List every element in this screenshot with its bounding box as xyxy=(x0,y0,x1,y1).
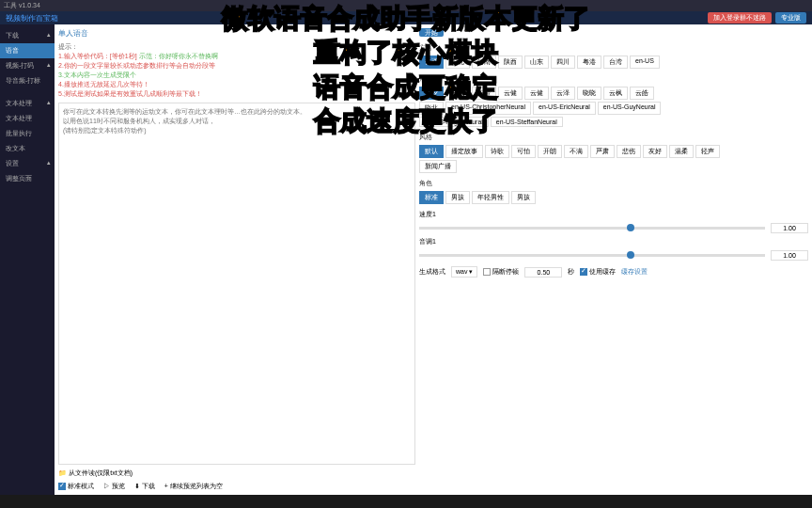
dialect-tag[interactable]: 山东 xyxy=(524,56,549,69)
window-titlebar: 工具 v1.0.34 xyxy=(0,0,812,11)
windows-taskbar[interactable] xyxy=(0,495,812,508)
voice-tag[interactable]: 云希 xyxy=(472,87,496,100)
quality-tag[interactable]: 标准 xyxy=(419,191,444,204)
pitch-value[interactable]: 1.00 xyxy=(771,250,808,261)
style-tag[interactable]: 可怕 xyxy=(511,145,536,158)
login-group-button[interactable]: 加入登录群不迷路 xyxy=(708,12,772,24)
sidebar-item-text1[interactable]: 文本处理▴ xyxy=(0,96,55,111)
text-input[interactable] xyxy=(58,103,415,465)
voice-label: 角色 xyxy=(419,74,808,84)
voice-tag[interactable]: en-US-ChristopherNeural xyxy=(445,102,531,115)
dialect-label: 方言 xyxy=(419,43,808,53)
style-tag[interactable]: 默认 xyxy=(419,145,444,158)
sidebar-item-modify[interactable]: 改文本 xyxy=(0,141,55,156)
from-file-button[interactable]: 从文件读(仅限txt文档) xyxy=(69,469,133,476)
dialect-tags: 普通 东北 河南 陕西 山东 四川 粤港 台湾 en-US xyxy=(419,56,808,69)
style-tag[interactable]: 轻声 xyxy=(695,145,720,158)
preview-button[interactable]: ▷ 预览 xyxy=(103,482,125,491)
dialect-tag[interactable]: 台湾 xyxy=(603,56,628,69)
style-tag[interactable]: 友好 xyxy=(643,145,667,158)
voice-tag[interactable]: en-US-GuyNeural xyxy=(598,102,662,115)
pause-value[interactable]: 0.50 xyxy=(524,267,562,278)
sidebar-item-adjust[interactable]: 调整页面 xyxy=(0,171,55,186)
style-tag[interactable]: 不满 xyxy=(564,145,588,158)
style-tag[interactable]: 新闻广播 xyxy=(419,160,457,173)
brand-logo: 视频制作百宝箱 xyxy=(6,13,58,24)
style-tag[interactable]: 温柔 xyxy=(669,145,694,158)
speed-value[interactable]: 1.00 xyxy=(771,223,808,233)
window-title: 工具 v1.0.34 xyxy=(4,1,40,10)
voice-tag[interactable]: 云枫 xyxy=(603,87,628,100)
dialect-tag[interactable]: 普通 xyxy=(419,56,444,69)
format-select[interactable]: wav ▾ xyxy=(451,266,477,278)
pitch-label: 音调1 xyxy=(419,237,447,246)
voice-tag[interactable]: 晓北 xyxy=(419,102,444,115)
dialect-tag[interactable]: 四川 xyxy=(551,56,575,69)
voice-tag[interactable]: 云野 xyxy=(445,87,470,100)
quality-tag[interactable]: 年轻男性 xyxy=(472,191,509,204)
speed-label: 速度1 xyxy=(419,210,447,219)
quality-label: 角色 xyxy=(419,179,808,188)
sidebar-item-audio[interactable]: 导音频-打标 xyxy=(0,73,55,88)
pitch-slider[interactable] xyxy=(419,254,765,257)
style-tag[interactable]: 严肃 xyxy=(590,145,615,158)
voice-tag[interactable]: 云健 xyxy=(524,87,549,100)
style-tag[interactable]: 播定故事 xyxy=(445,145,483,158)
style-tag[interactable]: 悲伤 xyxy=(617,145,641,158)
style-label: 风格 xyxy=(419,133,808,142)
add-list-button[interactable]: + 继续预览列表为空 xyxy=(164,482,223,491)
voice-tag[interactable]: en-US-SteffanNeural xyxy=(491,117,563,127)
tab-single[interactable]: 单人语音 xyxy=(58,28,415,39)
dialect-tag[interactable]: en-US xyxy=(630,56,660,69)
preview-checkbox[interactable] xyxy=(58,483,66,490)
dialect-tag[interactable]: 陕西 xyxy=(498,56,523,69)
voice-tag[interactable]: 晓晓 xyxy=(577,87,601,100)
voice-tag[interactable]: 云泽 xyxy=(551,87,575,100)
cache-settings-link[interactable]: 缓存设置 xyxy=(621,267,648,277)
sidebar-item-voice[interactable]: 语音 xyxy=(0,43,55,58)
sidebar-item-text2[interactable]: 文本处理 xyxy=(0,111,55,126)
voice-tag[interactable]: 云健 xyxy=(498,87,523,100)
quality-tag[interactable]: 男孩 xyxy=(511,191,536,204)
dialect-tag[interactable]: 东北 xyxy=(445,56,470,69)
sidebar-item-download[interactable]: 下载▴ xyxy=(0,28,55,43)
voice-tag[interactable]: 云夕 xyxy=(419,87,444,100)
start-button[interactable]: 开始 xyxy=(419,28,444,37)
voice-tag[interactable]: en-US-EricNeural xyxy=(533,102,596,115)
cache-checkbox[interactable] xyxy=(580,268,587,276)
app-topbar: 视频制作百宝箱 加入登录群不迷路 专业版 xyxy=(0,11,812,24)
sidebar-item-settings[interactable]: 设置▴ xyxy=(0,156,55,171)
sidebar-item-video[interactable]: 视频-打码▴ xyxy=(0,58,55,73)
quality-tag[interactable]: 男孩 xyxy=(445,191,470,204)
sidebar-item-batch[interactable]: 批量执行 xyxy=(0,126,55,141)
dialect-tag[interactable]: 河南 xyxy=(472,56,496,69)
pro-button[interactable]: 专业版 xyxy=(775,12,806,24)
style-tag[interactable]: 诗歌 xyxy=(485,145,509,158)
voice-tag[interactable]: 云皓 xyxy=(630,87,654,100)
sidebar: 下载▴ 语音 视频-打码▴ 导音频-打标 文本处理▴ 文本处理 批量执行 改文本… xyxy=(0,24,55,495)
speed-slider[interactable] xyxy=(419,227,765,230)
download-button[interactable]: ⬇ 下载 xyxy=(134,482,155,491)
pause-checkbox[interactable] xyxy=(483,268,491,276)
dialect-tag[interactable]: 粤港 xyxy=(577,56,601,69)
voice-tag[interactable]: en-US-RogerNeural xyxy=(419,117,489,127)
hints: 提示： 1.输入等价代码：[等价1秒] 示范：你好呀你永不替换啊 2.你的一段文… xyxy=(58,42,415,99)
style-tag[interactable]: 开朗 xyxy=(538,145,562,158)
